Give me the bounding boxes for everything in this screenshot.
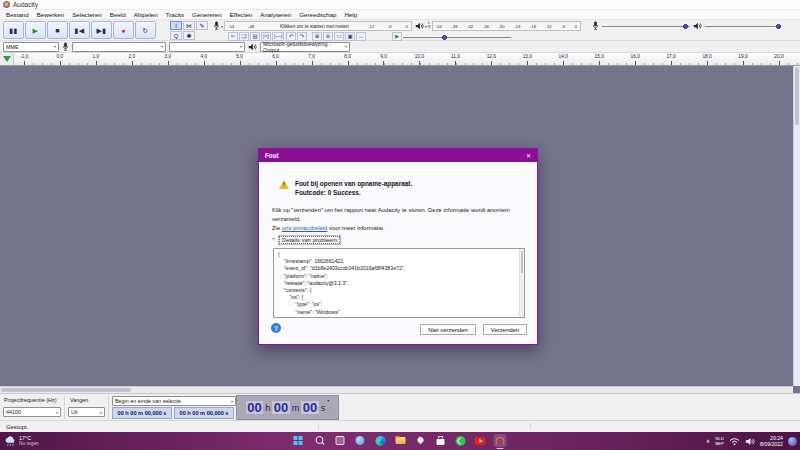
playback-device-select[interactable]: Microsoft-geluidstoewijzing - Output▾ xyxy=(260,42,350,52)
menu-item[interactable]: Selecteren xyxy=(68,11,106,18)
selection-mode-select[interactable]: Begin en einde van selectie▾ xyxy=(112,396,236,406)
meter-scale-label: -30 xyxy=(498,24,504,29)
envelope-tool-button[interactable]: ⋈ xyxy=(183,21,195,30)
dialog-titlebar[interactable]: Fout ✕ xyxy=(259,149,537,162)
window-titlebar[interactable]: Audacity xyxy=(0,0,800,10)
vertical-scrollbar[interactable] xyxy=(793,66,800,386)
slider-thumb[interactable] xyxy=(442,35,447,40)
notification-icon[interactable] xyxy=(788,437,797,446)
meter-scale-label: -24 xyxy=(514,24,520,29)
audio-position-display[interactable]: 00 h 00 m 00 s ▾ xyxy=(236,395,339,420)
send-button[interactable]: Verzenden xyxy=(483,324,527,335)
error-details-box[interactable]: { "timestamp": 1662661422, "event_id": "… xyxy=(273,248,525,318)
copy-button[interactable]: ❏ xyxy=(239,32,249,41)
details-scrollbar[interactable] xyxy=(519,249,524,317)
chat-icon[interactable] xyxy=(354,434,367,447)
main-toolbar: ▮▮▶■▮◀▶▮●↻ I⋈✎Q✱ ▾ -54-48-42-36-30-24-18… xyxy=(0,19,800,41)
whatsapp-icon[interactable] xyxy=(454,434,467,447)
edge-icon[interactable] xyxy=(374,434,387,447)
wifi-icon[interactable] xyxy=(729,437,740,446)
menu-item[interactable]: Tracks xyxy=(162,11,188,18)
task-view-icon[interactable] xyxy=(334,434,347,447)
help-button[interactable]: ? xyxy=(271,323,281,333)
audio-host-select[interactable]: MME▾ xyxy=(3,42,59,52)
recording-meter[interactable]: ▾ -54-48-42-36-30-24-18-12-60 Klikken om… xyxy=(213,21,412,31)
selection-tool-button[interactable]: I xyxy=(170,21,182,30)
ruler-label: 11,0 xyxy=(451,54,460,59)
clock-widget[interactable]: 20:24 8/09/2022 xyxy=(760,435,783,447)
playback-meter[interactable]: ▾ LR -54-48-42-36-30-24-18-12-60 xyxy=(415,21,581,31)
slider-thumb[interactable] xyxy=(683,24,688,29)
snap-select[interactable]: Uit▾ xyxy=(68,407,105,417)
loop-button[interactable]: ↻ xyxy=(135,21,156,39)
playback-meter-bar[interactable]: -54-48-42-36-30-24-18-12-60 xyxy=(432,21,581,31)
scrollbar-thumb[interactable] xyxy=(1,388,131,392)
selection-end-field[interactable]: 00 h 00 m 00,000 s xyxy=(174,407,234,419)
zoom-tool-button[interactable]: Q xyxy=(170,31,182,40)
ruler-label: 17,0 xyxy=(666,54,675,59)
meter-menu-arrow[interactable]: ▾ xyxy=(221,24,223,29)
zoom-toggle-button[interactable]: ↔ xyxy=(356,32,366,41)
timeline-options[interactable] xyxy=(0,53,14,65)
meter-scale-label: 0 xyxy=(405,24,407,29)
play-speed-slider[interactable] xyxy=(403,33,511,41)
privacy-policy-link[interactable]: ons privacybeleid xyxy=(282,225,328,231)
recording-meter-bar[interactable]: -54-48-42-36-30-24-18-12-60 Klikken om t… xyxy=(224,21,412,31)
timeline-ruler[interactable]: -1,00,01,02,03,04,05,06,07,08,09,010,011… xyxy=(0,53,800,66)
dont-send-button[interactable]: Niet verzenden xyxy=(420,324,476,335)
selection-start-field[interactable]: 00 h 00 m 00,000 s xyxy=(112,407,172,419)
search-icon[interactable] xyxy=(314,434,327,447)
menu-item[interactable]: Bewerken xyxy=(33,11,69,18)
start-button[interactable] xyxy=(294,434,307,447)
fit-project-button[interactable]: ▣ xyxy=(345,32,355,41)
menu-item[interactable]: Bestand xyxy=(2,11,33,18)
cut-button[interactable]: ✂ xyxy=(228,32,238,41)
draw-tool-button[interactable]: ✎ xyxy=(196,21,208,30)
youtube-icon[interactable] xyxy=(474,434,487,447)
skip-to-end-button[interactable]: ▶▮ xyxy=(91,21,112,39)
file-explorer-icon[interactable] xyxy=(394,434,407,447)
store-icon[interactable] xyxy=(434,434,447,447)
menu-item[interactable]: Beeld xyxy=(106,11,130,18)
tray-expand-icon[interactable]: ∧ xyxy=(706,438,710,444)
skip-to-start-button[interactable]: ▮◀ xyxy=(69,21,90,39)
volume-icon[interactable] xyxy=(745,437,755,446)
audacity-taskbar-icon[interactable] xyxy=(494,434,507,447)
project-rate-select[interactable]: 44100▾ xyxy=(3,407,61,417)
details-toggle[interactable]: ⌃ Details van probleem xyxy=(271,236,340,244)
menu-item[interactable]: Effecten xyxy=(226,11,257,18)
recording-channels-select[interactable]: ▾ xyxy=(169,42,245,52)
meter-scale-label: -48 xyxy=(451,24,457,29)
scrollbar-thumb[interactable] xyxy=(521,251,523,273)
weather-widget[interactable]: 17°C Nu regen xyxy=(4,433,39,449)
chevron-down-icon[interactable]: ▾ xyxy=(327,398,329,403)
menu-item[interactable]: Afspelen xyxy=(130,11,162,18)
ruler-label: 18,0 xyxy=(702,54,711,59)
recording-device-select[interactable]: ▾ xyxy=(72,42,166,52)
meter-hint-text: Klikken om te starten met meten xyxy=(266,22,363,30)
horizontal-scrollbar[interactable] xyxy=(0,386,793,393)
recording-volume-slider[interactable] xyxy=(602,22,690,30)
play-button[interactable]: ▶ xyxy=(25,21,46,39)
ruler-label: 7,0 xyxy=(308,54,315,59)
menu-item[interactable]: Gereedschap xyxy=(295,11,340,18)
ruler-label: 15,0 xyxy=(595,54,604,59)
maps-icon[interactable] xyxy=(414,434,427,447)
record-button[interactable]: ● xyxy=(113,21,134,39)
paste-button[interactable]: ▤ xyxy=(250,32,260,41)
slider-thumb[interactable] xyxy=(776,24,781,29)
language-indicator[interactable]: NLD BEP xyxy=(715,436,724,446)
meter-menu-arrow[interactable]: ▾ xyxy=(425,24,427,29)
play-at-speed-button[interactable]: ▶ xyxy=(392,32,402,41)
menu-item[interactable]: Analyseren xyxy=(256,11,295,18)
scrollbar-thumb[interactable] xyxy=(795,67,799,125)
close-icon[interactable]: ✕ xyxy=(526,152,531,159)
menu-item[interactable]: Genereren xyxy=(188,11,226,18)
ruler-label: -1,0 xyxy=(20,54,28,59)
menu-item[interactable]: Help xyxy=(340,11,361,18)
multi-tool-button[interactable]: ✱ xyxy=(183,31,195,40)
playback-volume-slider[interactable] xyxy=(705,22,781,30)
stop-button[interactable]: ■ xyxy=(47,21,68,39)
play-pin-icon[interactable] xyxy=(3,56,11,62)
pause-button[interactable]: ▮▮ xyxy=(3,21,24,39)
